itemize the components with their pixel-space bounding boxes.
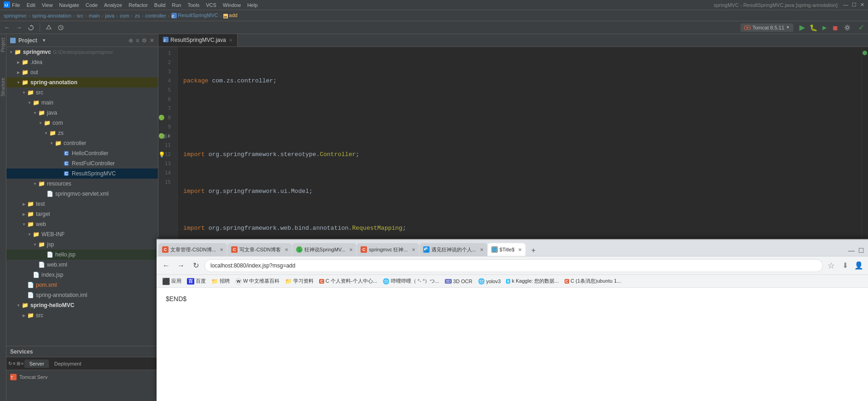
bookmark-study[interactable]: 📁 学习资料 [283, 277, 315, 285]
browser-tab-close-3[interactable]: ✕ [349, 247, 353, 252]
project-tab-label[interactable]: Project [0, 34, 6, 56]
toolbar-sync-btn[interactable] [56, 23, 66, 33]
menu-vcs[interactable]: VCS [206, 2, 216, 8]
browser-address-bar[interactable]: localhost:8080/index.jsp?msg=add [204, 259, 823, 272]
tree-item-zs[interactable]: ▼ 📁 zs [6, 128, 158, 138]
minimize-button[interactable]: — [843, 2, 848, 8]
breadcrumb-method[interactable]: madd [223, 12, 237, 18]
project-settings-dropdown[interactable]: ▼ [42, 38, 47, 43]
browser-tab-close-2[interactable]: ✕ [285, 247, 288, 252]
tree-item-controller[interactable]: ▼ 📁 controller [6, 138, 158, 148]
toolbar-checkmark-btn[interactable]: ✓ [856, 23, 866, 33]
menu-edit[interactable]: Edit [27, 2, 35, 8]
browser-tab-2[interactable]: C 写文章-CSDN博客 ✕ [227, 243, 292, 256]
services-tab-server[interactable]: Server [24, 360, 48, 368]
tree-item-hello-jsp[interactable]: 📄 hello.jsp [6, 250, 158, 260]
tree-item-jsp[interactable]: ▼ 📁 jsp [6, 239, 158, 250]
browser-tab-close-5[interactable]: ✕ [480, 247, 484, 252]
tree-item-spring-annotation[interactable]: ▼ 📁 spring-annotation [6, 77, 158, 87]
tree-item-springmvc[interactable]: ▼ 📁 springmvc G:\Desktop\java\springmvc [6, 47, 158, 57]
services-tab-deployment[interactable]: Deployment [50, 360, 86, 368]
structure-tab-label[interactable]: Structure [0, 74, 6, 100]
toolbar-forward-btn[interactable]: → [14, 23, 24, 33]
bookmark-ubuntu[interactable]: C C (1条消息)ubuntu 1... [563, 277, 623, 285]
bookmark-jobs[interactable]: 📁 招聘 [210, 277, 232, 285]
menu-help[interactable]: Help [247, 2, 258, 8]
maximize-button[interactable]: ☐ [852, 2, 856, 8]
stop-button[interactable]: ◼ [830, 23, 840, 33]
services-collapse-btn[interactable]: ≡ [13, 361, 16, 366]
bookmark-personal[interactable]: C C 个人资料-个人中心... [317, 277, 379, 285]
tree-item-src2[interactable]: ▶ 📁 src [6, 310, 158, 320]
tree-item-target[interactable]: ▶ 📁 target [6, 209, 158, 219]
tab-close-ResultSpringMVC[interactable]: ✕ [229, 38, 233, 43]
menu-file[interactable]: File [12, 2, 20, 8]
browser-new-tab-button[interactable]: + [528, 245, 539, 256]
bookmark-yolov3[interactable]: 🌐 yolov3 [476, 277, 503, 285]
tree-item-WEB-INF[interactable]: ▼ 📁 WEB-INF [6, 229, 158, 239]
menu-refactor[interactable]: Refactor [128, 2, 148, 8]
browser-download-button[interactable]: ⬇ [839, 260, 851, 271]
browser-tab-6[interactable]: 🌐 $Title$ ✕ [488, 243, 526, 256]
browser-forward-button[interactable]: → [175, 260, 187, 272]
breadcrumb-spring-annotation[interactable]: spring-annotation [32, 13, 71, 18]
bookmark-bilibili[interactable]: 🌐 哔哩哔哩（ °- °）つ... [381, 277, 441, 285]
breadcrumb-java[interactable]: java [105, 13, 114, 18]
menu-tools[interactable]: Tools [187, 2, 199, 8]
menu-window[interactable]: Window [223, 2, 241, 8]
collapse-icon[interactable]: ≡ [136, 37, 139, 44]
browser-maximize-button[interactable]: ☐ [858, 247, 864, 254]
bookmark-wiki[interactable]: W W 中文维基百科 [233, 277, 281, 285]
browser-tab-3[interactable]: 🐉 狂神说SpringMV... ✕ [292, 243, 356, 256]
close-panel-icon[interactable]: ✕ [150, 37, 154, 44]
bookmark-kaggle[interactable]: k k Kaggle: 您的数据... [504, 277, 560, 285]
settings-icon[interactable]: ⚙ [142, 37, 147, 44]
menu-code[interactable]: Code [86, 2, 98, 8]
tree-item-RestFulController[interactable]: C RestFulController [6, 158, 158, 169]
menu-analyze[interactable]: Analyze [104, 2, 122, 8]
toolbar-back-btn[interactable]: ← [2, 23, 12, 33]
bookmark-ocr[interactable]: 3D 3D OCR [443, 278, 474, 285]
debug-button[interactable]: 🐛 [808, 23, 818, 33]
breadcrumb-com[interactable]: com [120, 13, 129, 18]
tree-item-test[interactable]: ▶ 📁 test [6, 199, 158, 209]
tree-item-ResultSpringMVC[interactable]: C ResultSpringMVC [6, 169, 158, 179]
browser-star-button[interactable]: ☆ [826, 260, 837, 271]
close-button[interactable]: ✕ [860, 2, 864, 8]
bookmark-baidu[interactable]: 百 百度 [185, 277, 208, 285]
breadcrumb-springmvc[interactable]: springmvc [4, 13, 27, 18]
tomcat-server-item[interactable]: T Tomcat Serv [10, 372, 154, 382]
browser-tab-4[interactable]: C springmvc 狂神... ✕ [357, 243, 419, 256]
editor-tab-ResultSpringMVC[interactable]: J ResultSpringMVC.java ✕ [158, 34, 238, 46]
breadcrumb-class[interactable]: CResultSpringMVC [171, 12, 218, 18]
menu-items[interactable]: File Edit View Navigate Code Analyze Ref… [12, 2, 258, 8]
browser-tab-close-1[interactable]: ✕ [220, 247, 223, 252]
browser-tab-5[interactable]: 🌊 遇见狂神说的个人... ✕ [419, 243, 487, 256]
services-more-btn[interactable]: » [21, 361, 24, 366]
breadcrumb-src[interactable]: src [76, 13, 83, 18]
toolbar-settings-btn[interactable] [842, 23, 852, 33]
tree-item-com[interactable]: ▼ 📁 com [6, 118, 158, 128]
tree-item-resources[interactable]: ▼ 📁 resources [6, 179, 158, 189]
tree-item-java[interactable]: ▼ 📁 java [6, 108, 158, 118]
toolbar-refresh-btn[interactable] [26, 23, 36, 33]
tree-item-HelloController[interactable]: C HelloController [6, 148, 158, 158]
browser-tab-1[interactable]: C 文章管理-CSDN博... ✕ [158, 243, 227, 256]
menu-build[interactable]: Build [154, 2, 165, 8]
tree-item-iml[interactable]: 📄 spring-annotation.iml [6, 290, 158, 300]
services-expand-btn[interactable]: ⊞ [17, 361, 20, 366]
browser-tab-close-4[interactable]: ✕ [412, 247, 415, 252]
tree-item-src[interactable]: ▼ 📁 src [6, 87, 158, 98]
services-refresh-btn[interactable]: ↻ [8, 361, 12, 366]
tree-item-web-xml[interactable]: 📄 web.xml [6, 260, 158, 270]
browser-refresh-button[interactable]: ↻ [190, 260, 202, 272]
tomcat-config-button[interactable]: Tomcat 8.5.11 ▼ [740, 23, 793, 32]
breadcrumb-zs[interactable]: zs [135, 13, 140, 18]
tree-item-out[interactable]: ▶ 📁 out [6, 67, 158, 77]
menu-run[interactable]: Run [172, 2, 181, 8]
browser-profile-button[interactable]: 👤 [853, 260, 864, 271]
scope-icon[interactable]: ⊕ [128, 37, 133, 44]
tree-item-web[interactable]: ▼ 📁 web [6, 219, 158, 229]
browser-minimize-button[interactable]: — [848, 247, 855, 254]
tree-item-pom-xml[interactable]: 📄 pom.xml [6, 280, 158, 290]
